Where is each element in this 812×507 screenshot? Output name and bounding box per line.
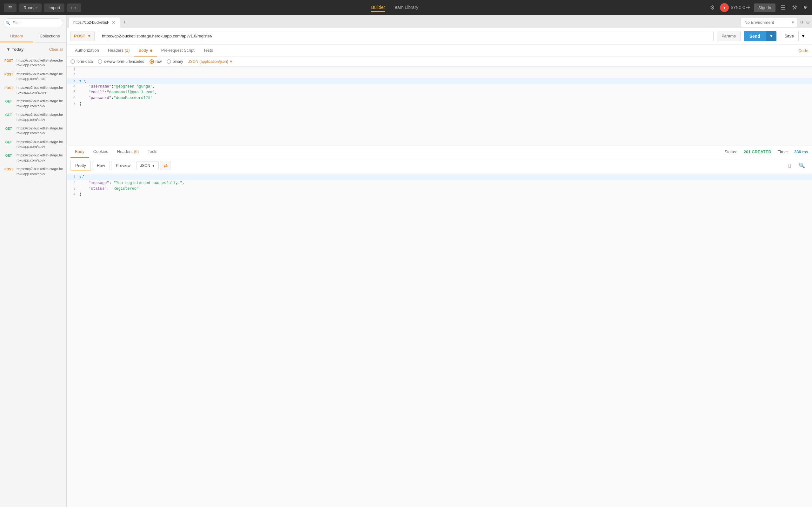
raw-option[interactable]: raw <box>150 59 162 64</box>
form-data-radio[interactable] <box>70 59 75 64</box>
wrap-lines-btn[interactable]: ⇄ <box>160 161 171 170</box>
json-type-label: JSON (application/json) <box>188 59 228 64</box>
save-group: Save ▼ <box>779 31 808 41</box>
url-encoded-option[interactable]: x-www-form-urlencoded <box>98 59 144 64</box>
resp-line-number: 4 <box>67 191 79 198</box>
body-dot <box>150 50 152 52</box>
tab-headers[interactable]: Headers (1) <box>104 45 134 56</box>
collapse-arrow[interactable]: ▼ <box>79 79 83 83</box>
line-number: 5 <box>67 90 79 95</box>
method-badge: POST <box>3 167 14 172</box>
sidebar: History Collections ▼ Today Clear all PO… <box>0 15 67 507</box>
runner-label: Runner <box>23 5 37 10</box>
tab-authorization[interactable]: Authorization <box>70 45 104 56</box>
tab-add-btn[interactable]: + <box>121 19 128 26</box>
send-group: Send ▼ <box>744 31 776 41</box>
collapse-arrow[interactable]: ▼ <box>79 176 81 179</box>
resp-line-num: 1 <box>67 174 79 180</box>
tab-pre-request[interactable]: Pre-request Script <box>157 45 199 56</box>
list-item[interactable]: GEThttps://cp2-bucketlist-stage.herokuap… <box>0 97 66 110</box>
request-body-editor[interactable]: 123▼ {4 "username":"geogreen ngunga",5 "… <box>67 67 812 146</box>
list-item[interactable]: POSThttps://cp2-bucketlist-stage.herokua… <box>0 70 66 83</box>
send-dropdown-btn[interactable]: ▼ <box>766 31 776 41</box>
resp-tab-body[interactable]: Body <box>70 146 89 158</box>
resp-json-select[interactable]: JSON ▼ <box>137 161 159 170</box>
sidebar-tab-history[interactable]: History <box>0 31 33 42</box>
notifications-btn[interactable]: ☰ <box>779 3 787 12</box>
list-item[interactable]: POSThttps://cp2-bucketlist-stage.herokua… <box>0 165 66 178</box>
code-link[interactable]: Code <box>798 48 808 53</box>
raw-label: raw <box>156 59 162 64</box>
sign-in-btn[interactable]: Sign In <box>754 3 775 12</box>
resp-preview-btn[interactable]: Preview <box>111 161 135 170</box>
settings-icon-btn[interactable]: ⚙ <box>708 3 716 12</box>
json-type-select[interactable]: JSON (application/json) ▼ <box>188 59 233 64</box>
list-item[interactable]: POSThttps://cp2-bucketlist-stage.herokua… <box>0 56 66 70</box>
resp-tab-headers[interactable]: Headers (6) <box>113 146 144 158</box>
params-btn[interactable]: Params <box>717 31 741 41</box>
binary-radio[interactable] <box>167 59 171 64</box>
json-value: "geogreen ngunga" <box>114 84 152 89</box>
request-tab-active[interactable]: https://cp2-bucketlist- ✕ <box>68 17 120 27</box>
method-badge: GET <box>3 140 14 145</box>
import-btn[interactable]: Import <box>44 3 65 12</box>
raw-radio[interactable] <box>150 59 154 64</box>
list-item[interactable]: GEThttps://cp2-bucketlist-stage.herokuap… <box>0 138 66 151</box>
url-input[interactable] <box>98 31 714 41</box>
method-badge: GET <box>3 126 14 131</box>
response-body-options: Pretty Raw Preview JSON ▼ ⇄ ▯ 🔍 <box>67 158 812 173</box>
search-wrap <box>3 18 63 27</box>
code-line: 5 "email":"demoemail@gmail.com", <box>67 90 812 95</box>
resp-raw-btn[interactable]: Raw <box>92 161 110 170</box>
line-content: ▼ { <box>79 78 86 84</box>
brace: { <box>82 175 84 180</box>
env-selector-wrap: No Environment ▼ <box>740 18 797 27</box>
eye-btn[interactable]: 👁 <box>800 20 805 25</box>
search-response-btn[interactable]: 🔍 <box>796 161 808 170</box>
method-select[interactable]: POST ▼ <box>70 31 95 41</box>
save-btn[interactable]: Save <box>779 31 799 41</box>
binary-option[interactable]: binary <box>167 59 183 64</box>
resp-pretty-btn[interactable]: Pretty <box>70 161 91 170</box>
environment-select[interactable]: No Environment <box>740 18 797 27</box>
resp-tab-cookies[interactable]: Cookies <box>89 146 113 158</box>
resp-line-content: { <box>82 174 84 180</box>
binary-label: binary <box>173 59 183 64</box>
list-item[interactable]: POSThttps://cp2-bucketlist-stage.herokua… <box>0 83 66 97</box>
tab-close-btn[interactable]: ✕ <box>112 20 116 25</box>
tab-bar: https://cp2-bucketlist- ✕ + No Environme… <box>67 15 812 27</box>
today-group: ▼ Today <box>3 45 27 54</box>
tools-btn[interactable]: ⚒ <box>791 3 798 12</box>
heart-btn[interactable]: ♥ <box>802 3 808 12</box>
sync-btn[interactable]: ● SYNC OFF <box>720 3 750 12</box>
method-label: POST <box>74 34 85 38</box>
copy-response-btn[interactable]: ▯ <box>785 161 794 170</box>
tab-tests[interactable]: Tests <box>199 45 217 56</box>
list-item[interactable]: GEThttps://cp2-bucketlist-stage.herokuap… <box>0 124 66 138</box>
runner-btn[interactable]: Runner <box>19 3 42 12</box>
json-key: "email" <box>89 90 104 95</box>
json-key: "message" <box>89 181 109 185</box>
resp-code-line: 4} <box>67 191 812 198</box>
list-item[interactable]: GEThttps://cp2-bucketlist-stage.herokuap… <box>0 110 66 124</box>
tab-body[interactable]: Body <box>134 45 157 56</box>
search-input[interactable] <box>3 18 63 27</box>
url-encoded-radio[interactable] <box>98 59 102 64</box>
resp-line-content: "message": "You registerded succesfully.… <box>79 180 184 186</box>
sidebar-toggle-btn[interactable]: ☷ <box>4 3 16 12</box>
clear-all-btn[interactable]: Clear all <box>49 47 63 52</box>
resp-tab-tests[interactable]: Tests <box>143 146 162 158</box>
json-value: "Registered" <box>111 186 139 191</box>
send-btn[interactable]: Send <box>744 31 766 41</box>
team-library-tab[interactable]: Team Library <box>393 3 418 12</box>
resp-line-number: 3 <box>67 186 79 191</box>
save-dropdown-btn[interactable]: ▼ <box>799 31 808 41</box>
sidebar-tab-collections[interactable]: Collections <box>33 31 67 42</box>
sidebar-header: ▼ Today Clear all <box>0 43 66 56</box>
new-request-btn[interactable]: □+ <box>67 3 80 12</box>
history-url: https://cp2-bucketlist-stage.herokuapp.c… <box>16 86 63 95</box>
builder-tab[interactable]: Builder <box>371 3 385 12</box>
env-gear-btn[interactable]: ⚙ <box>806 19 810 25</box>
form-data-option[interactable]: form-data <box>70 59 93 64</box>
list-item[interactable]: GEThttps://cp2-bucketlist-stage.herokuap… <box>0 151 66 165</box>
